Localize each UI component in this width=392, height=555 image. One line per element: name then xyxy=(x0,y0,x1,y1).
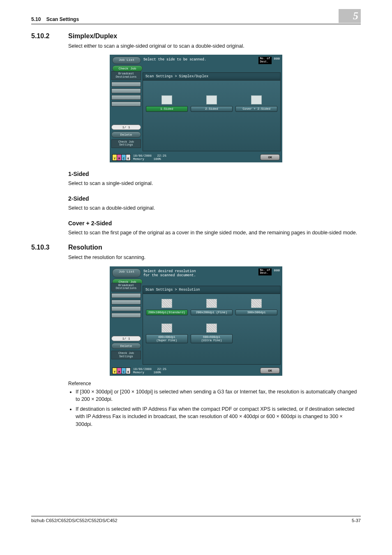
destination-list-area xyxy=(111,95,141,100)
toner-levels: Y M C K xyxy=(112,368,131,374)
footer-product: bizhub C652/C652DS/C552/C552DS/C452 xyxy=(31,518,118,523)
option-2-sided[interactable]: 2-Sided xyxy=(192,95,231,112)
section-title: Simplex/Duplex xyxy=(68,32,117,40)
toner-c-icon: C xyxy=(122,155,126,160)
dest-count-value: 000 xyxy=(274,268,280,272)
screen-instruction: Select the side to be scanned. xyxy=(143,57,256,64)
destination-list-area xyxy=(111,293,141,298)
broadcast-destinations-label: Broadcast Destinations xyxy=(111,71,141,80)
cover-page-icon xyxy=(251,95,262,104)
runhead-section-title: Scan Settings xyxy=(46,16,79,22)
toner-k-icon: K xyxy=(126,368,130,374)
footer-page-number: 5-37 xyxy=(352,518,361,523)
screen-instruction: Select desired resolution for the scanne… xyxy=(143,268,256,278)
subsection-text: Select to scan a single-sided original. xyxy=(68,180,361,187)
option-label: 300x300dpi xyxy=(235,310,277,315)
check-job-button[interactable]: Check Job xyxy=(112,65,143,72)
reference-item: If [300 × 300dpi] or [200 × 100dpi] is s… xyxy=(76,388,361,403)
status-text: 10/08/2008 22:25 Memory 100% xyxy=(133,154,166,161)
ok-button[interactable]: OK xyxy=(260,368,280,374)
option-300x300[interactable]: 300x300dpi xyxy=(237,299,276,315)
resolution-icon xyxy=(251,299,262,308)
toner-y-icon: Y xyxy=(113,155,117,160)
option-200x200[interactable]: 200x200dpi (Fine) xyxy=(192,299,231,315)
option-label: 600x600dpi (Ultra Fine) xyxy=(191,334,233,343)
option-400x400[interactable]: 400x400dpi (Super Fine) xyxy=(147,324,187,343)
option-200x100[interactable]: 200x100dpi(Standard) xyxy=(147,299,187,315)
section-number: 5.10.3 xyxy=(31,244,68,251)
runhead-section-num: 5.10 xyxy=(31,16,41,22)
status-text: 10/08/2008 22:25 Memory 100% xyxy=(133,368,166,375)
section-number: 5.10.2 xyxy=(31,32,68,40)
toner-k-icon: K xyxy=(126,155,130,160)
job-list-button[interactable]: Job List xyxy=(112,57,141,64)
destination-list-area xyxy=(111,313,141,318)
subsection-text: Select to scan a double-sided original. xyxy=(68,204,361,212)
delete-button[interactable]: Delete xyxy=(111,132,141,138)
section-intro: Select the resolution for scanning. xyxy=(68,254,361,261)
check-job-settings-button[interactable]: Check Job Settings xyxy=(111,139,141,148)
delete-button[interactable]: Delete xyxy=(111,343,141,349)
toner-m-icon: M xyxy=(117,368,121,374)
job-list-button[interactable]: Job List xyxy=(112,268,141,278)
option-cover-2-sided[interactable]: Cover + 2-Sided xyxy=(237,95,276,112)
destination-list-area xyxy=(111,88,141,93)
section-title: Resolution xyxy=(68,244,102,251)
option-600x600[interactable]: 600x600dpi (Ultra Fine) xyxy=(192,324,231,343)
simplex-duplex-screenshot: Job List Select the side to be scanned. … xyxy=(110,55,282,162)
dest-count-label: No. of Dest. xyxy=(258,268,271,275)
double-page-icon xyxy=(206,95,217,104)
resolution-icon xyxy=(161,324,172,333)
section-intro: Select either to scan a single-sided ori… xyxy=(68,42,361,50)
resolution-icon xyxy=(161,299,172,308)
chapter-number-badge: 5 xyxy=(339,9,361,23)
resolution-screenshot: Job List Select desired resolution for t… xyxy=(110,266,282,376)
destination-list-area xyxy=(111,306,141,311)
broadcast-destinations-label: Broadcast Destinations xyxy=(111,283,141,291)
toner-levels: Y M C K xyxy=(112,154,131,161)
option-label: 200x200dpi (Fine) xyxy=(191,310,233,315)
option-label: 1-Sided xyxy=(146,106,188,112)
toner-m-icon: M xyxy=(117,155,121,160)
page-footer: bizhub C652/C652DS/C552/C552DS/C452 5-37 xyxy=(31,516,361,523)
destination-list-area xyxy=(111,102,141,106)
option-label: Cover + 2-Sided xyxy=(235,106,277,112)
reference-item: If destination is selected with IP Addre… xyxy=(76,405,361,428)
single-page-icon xyxy=(161,95,172,104)
option-label: 400x400dpi (Super Fine) xyxy=(146,334,188,343)
destination-list-area xyxy=(111,300,141,305)
subsection-text: Select to scan the first page of the ori… xyxy=(68,229,361,236)
dest-count-label: No. of Dest. xyxy=(258,57,271,64)
page-indicator: 1/ 1 xyxy=(111,336,141,341)
subheading-1-sided: 1-Sided xyxy=(68,171,361,177)
resolution-icon xyxy=(206,324,217,333)
option-label: 200x100dpi(Standard) xyxy=(146,310,188,315)
reference-list: If [300 × 300dpi] or [200 × 100dpi] is s… xyxy=(68,388,361,428)
option-1-sided[interactable]: 1-Sided xyxy=(147,95,187,112)
option-label: 2-Sided xyxy=(191,106,233,112)
ok-button[interactable]: OK xyxy=(260,154,280,160)
toner-c-icon: C xyxy=(122,368,126,374)
toner-y-icon: Y xyxy=(113,368,117,374)
check-job-settings-button[interactable]: Check Job Settings xyxy=(111,351,141,359)
destination-list-area xyxy=(111,82,141,87)
subheading-cover-2-sided: Cover + 2-Sided xyxy=(68,220,361,227)
subheading-2-sided: 2-Sided xyxy=(68,195,361,202)
dest-count-value: 000 xyxy=(274,57,280,60)
resolution-icon xyxy=(206,299,217,308)
page-indicator: 1/ 1 xyxy=(111,125,141,130)
breadcrumb: Scan Settings > Simplex/Duplex xyxy=(143,73,280,81)
reference-heading: Reference xyxy=(68,381,361,386)
running-header: 5.10 Scan Settings 5 xyxy=(31,16,361,24)
breadcrumb: Scan Settings > Resolution xyxy=(143,286,280,294)
